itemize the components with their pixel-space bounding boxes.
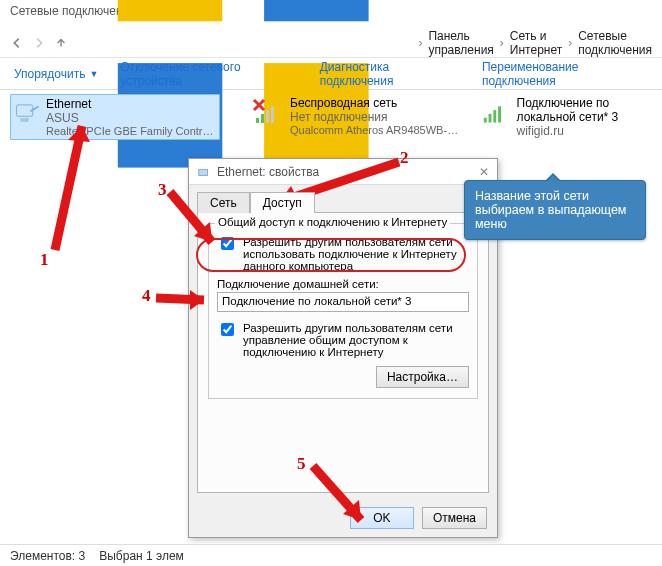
svg-rect-7 <box>261 114 264 123</box>
home-conn-label: Подключение домашней сети: <box>217 278 469 290</box>
allow-share-row[interactable]: Разрешить другим пользователям сети испо… <box>217 236 469 272</box>
crumb-root[interactable]: Панель управления <box>428 29 493 57</box>
svg-rect-9 <box>271 106 274 123</box>
arrow-5 <box>305 458 385 538</box>
status-count: Элементов: 3 <box>10 549 85 563</box>
organize-menu[interactable]: Упорядочить▼ <box>14 67 98 81</box>
settings-button[interactable]: Настройка… <box>376 366 469 388</box>
svg-rect-1 <box>264 0 368 22</box>
wifi-icon <box>480 96 511 128</box>
allow-control-label: Разрешить другим пользователям сети упра… <box>243 322 469 358</box>
close-icon[interactable]: ✕ <box>479 165 489 179</box>
crumb-mid[interactable]: Сеть и Интернет <box>510 29 562 57</box>
status-bar: Элементов: 3 Выбран 1 элем <box>0 544 662 566</box>
conn-status: wifigid.ru <box>517 124 650 138</box>
ethernet-icon <box>14 97 40 129</box>
connection-item-local3[interactable]: Подключение по локальной сети* 3 wifigid… <box>480 96 650 138</box>
conn-adapter: Qualcomm Atheros AR9485WB-E... <box>290 124 460 136</box>
group-ics-label: Общий доступ к подключению к Интернету <box>215 216 450 228</box>
disable-device-button[interactable]: Отключение сетевого устройства <box>120 60 297 88</box>
ethernet-small-icon <box>197 165 211 179</box>
svg-rect-14 <box>493 110 496 122</box>
arrow-1 <box>40 110 120 260</box>
conn-status: Нет подключения <box>290 110 460 124</box>
forward-button[interactable] <box>32 32 46 54</box>
connection-item-wifi-disabled[interactable]: Беспроводная сеть Нет подключения Qualco… <box>252 96 462 136</box>
arrow-4 <box>150 288 220 318</box>
svg-rect-13 <box>489 114 492 123</box>
cancel-button[interactable]: Отмена <box>422 507 487 529</box>
svg-rect-12 <box>484 118 487 123</box>
wifi-disabled-icon <box>252 96 284 128</box>
network-connections-window: Сетевые подключения › Панель управления … <box>0 0 662 566</box>
diagnose-button[interactable]: Диагностика подключения <box>320 60 460 88</box>
rename-button[interactable]: Переименование подключения <box>482 60 648 88</box>
svg-rect-16 <box>199 169 208 175</box>
svg-rect-0 <box>118 0 222 22</box>
address-bar: › Панель управления › Сеть и Интернет › … <box>0 28 662 58</box>
svg-rect-8 <box>266 110 269 123</box>
conn-name: Подключение по локальной сети* 3 <box>517 96 650 124</box>
allow-share-label: Разрешить другим пользователям сети испо… <box>243 236 469 272</box>
svg-rect-6 <box>256 118 259 123</box>
svg-rect-15 <box>498 106 501 122</box>
sharing-tab-body: Общий доступ к подключению к Интернету Р… <box>197 212 489 493</box>
conn-name: Ethernet <box>46 97 216 111</box>
home-connection-dropdown[interactable]: Подключение по локальной сети* 3 <box>217 292 469 312</box>
callout-tooltip: Название этой сети выбираем в выпадающем… <box>464 180 646 240</box>
tab-sharing[interactable]: Доступ <box>250 192 315 213</box>
arrow-3 <box>164 186 234 256</box>
callout-text: Название этой сети выбираем в выпадающем… <box>475 189 626 231</box>
allow-control-row[interactable]: Разрешить другим пользователям сети упра… <box>217 322 469 358</box>
svg-marker-24 <box>190 290 204 310</box>
back-button[interactable] <box>10 32 24 54</box>
svg-rect-5 <box>21 118 29 122</box>
allow-control-checkbox[interactable] <box>221 323 234 336</box>
conn-name: Беспроводная сеть <box>290 96 460 110</box>
svg-line-17 <box>55 126 82 250</box>
up-button[interactable] <box>54 32 68 54</box>
crumb-leaf[interactable]: Сетевые подключения <box>578 29 652 57</box>
status-selection: Выбран 1 элем <box>99 549 184 563</box>
breadcrumb[interactable]: › Панель управления › Сеть и Интернет › … <box>418 29 652 57</box>
